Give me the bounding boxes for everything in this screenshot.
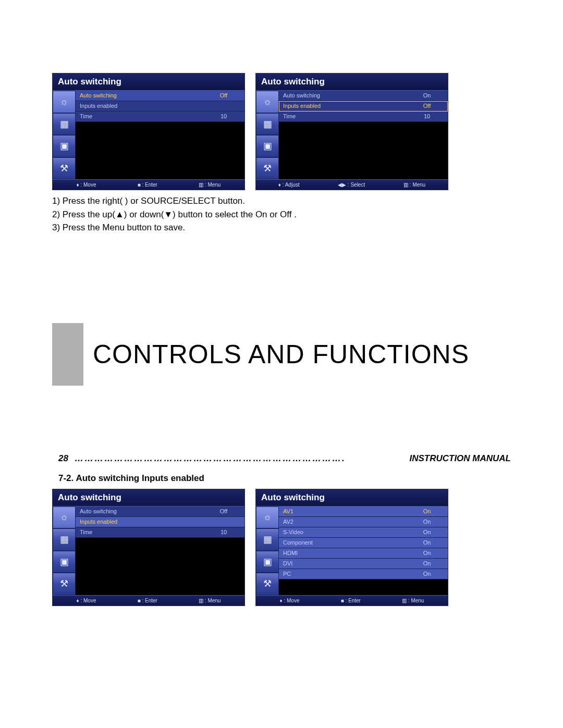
menu-row[interactable]: Time 10 (76, 527, 244, 538)
brightness-icon[interactable]: ☼ (53, 91, 76, 113)
menu-row[interactable]: Inputs enabled (76, 101, 244, 112)
row-value: On (406, 517, 448, 527)
brightness-icon[interactable]: ☼ (53, 507, 76, 529)
osd-footer: ♦ : Move ■ : Enter ▥ : Menu (53, 595, 244, 606)
footer-move: ♦ : Move (280, 598, 300, 603)
osd-sidebar: ☼ ▦ ▣ ⚒ (53, 507, 76, 595)
osd-footer: ♦ : Move ■ : Enter ▥ : Menu (53, 179, 244, 190)
row-label: Auto switching (279, 91, 406, 101)
osd-sidebar: ☼ ▦ ▣ ⚒ (53, 91, 76, 179)
menu-row[interactable]: Auto switching On (279, 91, 448, 101)
row-label: Component (279, 538, 406, 548)
osd-body: ☼ ▦ ▣ ⚒ Auto switching Off Inputs enable… (53, 507, 244, 595)
menu-row[interactable]: Auto switching Off (76, 507, 244, 517)
brightness-icon[interactable]: ☼ (256, 507, 279, 529)
row-value (203, 517, 244, 527)
row-label: Time (76, 527, 203, 537)
tools-icon[interactable]: ⚒ (256, 157, 279, 180)
osd-panel-4: Auto switching ☼ ▦ ▣ ⚒ AV1 On AV2 On (255, 489, 448, 606)
page-number: 28 (58, 453, 68, 464)
footer-menu: ▥ : Menu (199, 182, 221, 188)
row-label: Auto switching (76, 507, 203, 516)
row-label: Time (279, 112, 406, 121)
row-value: Off (406, 101, 448, 111)
menu-row[interactable]: Auto switching Off (76, 91, 244, 101)
row-label: AV1 (279, 507, 406, 516)
grid-icon[interactable]: ▦ (256, 528, 279, 551)
picture-icon[interactable]: ▣ (53, 551, 76, 573)
row-value: On (406, 91, 448, 101)
footer-menu: ▥ : Menu (199, 598, 221, 603)
osd-pair-bottom: Auto switching ☼ ▦ ▣ ⚒ Auto switching Of… (0, 489, 563, 606)
footer-move: ♦ : Move (77, 182, 96, 188)
row-label: Inputs enabled (76, 101, 203, 111)
tools-icon[interactable]: ⚒ (53, 573, 76, 595)
manual-label: INSTRUCTION MANUAL (409, 453, 511, 464)
menu-row[interactable]: Time 10 (279, 112, 448, 122)
osd-title: Auto switching (53, 489, 244, 507)
menu-row[interactable]: Time 10 (76, 112, 244, 122)
osd-pair-top: Auto switching ☼ ▦ ▣ ⚒ Auto switching Of… (0, 73, 563, 190)
menu-row[interactable]: Component On (279, 538, 448, 548)
footer-select: ◀▶ : Select (338, 182, 365, 188)
instruction-line: 2) Press the up(▲) or down(▼) button to … (52, 208, 511, 221)
osd-panel-3: Auto switching ☼ ▦ ▣ ⚒ Auto switching Of… (52, 489, 245, 606)
footer-enter: ■ : Enter (138, 182, 157, 188)
menu-row[interactable]: DVI On (279, 559, 448, 569)
page-footer-line: 28 ………………………………………………………………………. INSTRUCT… (0, 386, 563, 464)
row-label: Time (76, 112, 203, 121)
row-value: On (406, 548, 448, 558)
row-label: AV2 (279, 517, 406, 527)
menu-row[interactable]: HDMI On (279, 548, 448, 559)
row-value: On (406, 507, 448, 516)
footer-enter: ■ : Enter (138, 598, 157, 603)
picture-icon[interactable]: ▣ (256, 135, 279, 157)
row-label: Inputs enabled (279, 101, 406, 111)
menu-row[interactable]: S-Video On (279, 527, 448, 538)
row-value: On (406, 538, 448, 548)
subsection-heading: 7-2. Auto switching Inputs enabled (0, 464, 563, 484)
row-value: On (406, 569, 448, 579)
picture-icon[interactable]: ▣ (53, 135, 76, 157)
osd-rows: Auto switching Off Inputs enabled Time 1… (76, 91, 244, 179)
row-label: Auto switching (76, 91, 203, 101)
footer-menu: ▥ : Menu (403, 182, 425, 188)
row-label: PC (279, 569, 406, 579)
osd-rows: Auto switching On Inputs enabled Off Tim… (279, 91, 448, 179)
row-label: HDMI (279, 548, 406, 558)
row-value: On (406, 527, 448, 537)
grid-icon[interactable]: ▦ (53, 528, 76, 551)
tools-icon[interactable]: ⚒ (53, 157, 76, 180)
brightness-icon[interactable]: ☼ (256, 91, 279, 113)
osd-title: Auto switching (53, 73, 244, 91)
footer-adjust: ♦ : Adjust (278, 182, 300, 188)
row-value: 10 (406, 112, 448, 121)
osd-footer: ♦ : Move ■ : Enter ▥ : Menu (256, 595, 448, 606)
row-value (203, 101, 244, 111)
row-value: Off (203, 507, 244, 516)
menu-row[interactable]: Inputs enabled Off (279, 101, 448, 112)
osd-rows: AV1 On AV2 On S-Video On Component On (279, 507, 448, 595)
osd-title: Auto switching (256, 73, 448, 91)
row-value: Off (203, 91, 244, 101)
osd-panel-2: Auto switching ☼ ▦ ▣ ⚒ Auto switching On… (255, 73, 448, 190)
footer-menu: ▥ : Menu (402, 598, 424, 603)
menu-row[interactable]: AV2 On (279, 517, 448, 527)
osd-title: Auto switching (256, 489, 448, 507)
instruction-line: 1) Press the right( ) or SOURCE/SELECT b… (52, 194, 511, 208)
picture-icon[interactable]: ▣ (256, 551, 279, 573)
grid-icon[interactable]: ▦ (256, 113, 279, 135)
grid-icon[interactable]: ▦ (53, 113, 76, 135)
menu-row[interactable]: Inputs enabled (76, 517, 244, 527)
tools-icon[interactable]: ⚒ (256, 573, 279, 595)
manual-page: Auto switching ☼ ▦ ▣ ⚒ Auto switching Of… (0, 73, 563, 606)
row-value: 10 (203, 112, 244, 121)
row-value: 10 (203, 527, 244, 537)
menu-row[interactable]: PC On (279, 569, 448, 579)
osd-sidebar: ☼ ▦ ▣ ⚒ (256, 507, 279, 595)
osd-footer: ♦ : Adjust ◀▶ : Select ▥ : Menu (256, 179, 448, 190)
instruction-line: 3) Press the Menu button to save. (52, 221, 511, 235)
row-label: S-Video (279, 527, 406, 537)
menu-row[interactable]: AV1 On (279, 507, 448, 517)
row-label: Inputs enabled (76, 517, 203, 527)
